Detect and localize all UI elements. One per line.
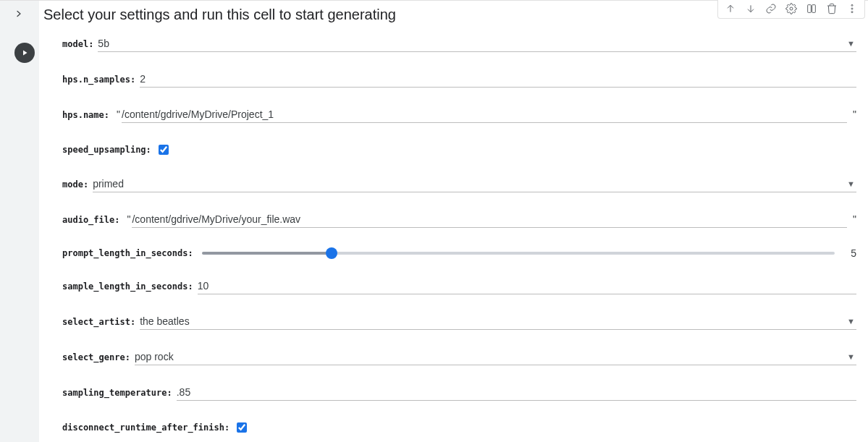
chevron-down-icon: ▼	[847, 179, 855, 188]
sampling-temperature-input[interactable]	[177, 385, 856, 401]
mirror-icon[interactable]	[805, 2, 818, 15]
sample-length-input[interactable]	[198, 279, 856, 294]
label-audio-file: audio_file:	[62, 215, 124, 225]
expand-chevron-icon[interactable]	[14, 7, 23, 22]
label-speed-upsampling: speed_upsampling:	[62, 145, 156, 155]
arrow-down-icon[interactable]	[744, 2, 757, 15]
trash-icon[interactable]	[825, 2, 838, 15]
label-n-samples: hps.n_samples:	[62, 75, 140, 85]
disconnect-checkbox[interactable]	[237, 422, 247, 433]
field-sample-length: sample_length_in_seconds:	[62, 279, 856, 294]
prompt-length-value: 5	[836, 247, 856, 259]
arrow-up-icon[interactable]	[724, 2, 737, 15]
chevron-down-icon: ▼	[847, 317, 855, 326]
label-sample-length: sample_length_in_seconds:	[62, 281, 198, 292]
more-vert-icon[interactable]	[846, 2, 859, 15]
field-disconnect: disconnect_runtime_after_finish:	[62, 420, 856, 435]
field-prompt-length: prompt_length_in_seconds: 5	[62, 247, 856, 259]
svg-point-4	[851, 8, 853, 9]
hps-name-input[interactable]	[122, 107, 847, 123]
field-n-samples: hps.n_samples:	[62, 72, 856, 88]
field-speed-upsampling: speed_upsampling:	[62, 143, 856, 157]
svg-point-3	[851, 4, 853, 6]
field-audio-file: audio_file: " "	[62, 212, 856, 228]
audio-file-input[interactable]	[132, 212, 847, 228]
field-model: model: 5b ▼	[62, 36, 856, 52]
label-model: model:	[62, 39, 98, 49]
field-select-artist: select_artist: the beatles ▼	[62, 314, 856, 330]
select-artist-select[interactable]: the beatles	[140, 314, 856, 330]
cell: Select your settings and run this cell t…	[0, 0, 868, 442]
gutter	[0, 1, 39, 442]
cell-body: Select your settings and run this cell t…	[39, 1, 868, 442]
label-disconnect: disconnect_runtime_after_finish:	[62, 422, 234, 433]
quote-icon: "	[853, 109, 856, 120]
field-select-genre: select_genre: pop rock ▼	[62, 349, 856, 365]
label-prompt-length: prompt_length_in_seconds:	[62, 248, 198, 258]
svg-point-5	[851, 12, 853, 13]
label-select-genre: select_genre:	[62, 352, 135, 362]
label-mode: mode:	[62, 179, 93, 190]
link-icon[interactable]	[764, 2, 778, 15]
quote-icon: "	[124, 213, 130, 225]
svg-rect-1	[808, 5, 812, 13]
prompt-length-slider[interactable]	[202, 252, 835, 255]
field-mode: mode: primed ▼	[62, 177, 856, 192]
speed-upsampling-checkbox[interactable]	[159, 145, 169, 155]
n-samples-input[interactable]	[140, 72, 856, 88]
select-genre-select[interactable]: pop rock	[135, 349, 856, 365]
quote-icon: "	[114, 109, 120, 120]
chevron-down-icon: ▼	[847, 39, 855, 48]
svg-point-0	[790, 7, 793, 10]
run-cell-button[interactable]	[14, 43, 35, 63]
chevron-down-icon: ▼	[847, 352, 855, 361]
form-fields: model: 5b ▼ hps.n_samples: hps.name: "	[39, 36, 868, 435]
field-sampling-temperature: sampling_temperature:	[62, 385, 856, 401]
field-hps-name: hps.name: " "	[62, 107, 856, 123]
quote-icon: "	[853, 213, 856, 225]
cell-toolbar	[717, 0, 865, 19]
label-hps-name: hps.name:	[62, 110, 114, 120]
svg-rect-2	[812, 5, 816, 13]
mode-select[interactable]: primed	[93, 177, 856, 192]
gear-icon[interactable]	[785, 2, 798, 15]
label-select-artist: select_artist:	[62, 317, 140, 327]
label-sampling-temperature: sampling_temperature:	[62, 388, 177, 398]
model-select[interactable]: 5b	[98, 36, 856, 52]
